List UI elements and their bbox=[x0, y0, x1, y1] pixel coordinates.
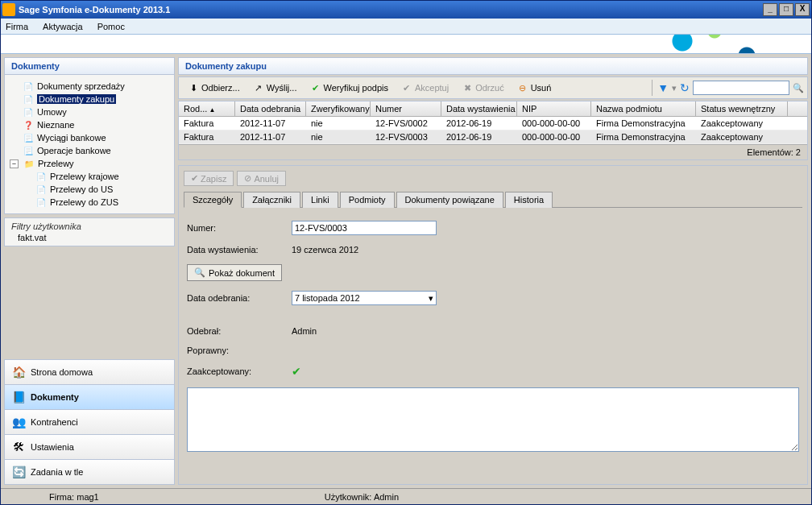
filter-item[interactable]: fakt.vat bbox=[11, 233, 168, 242]
close-button[interactable]: X bbox=[795, 3, 810, 16]
menubar: Firma Aktywacja Pomoc bbox=[1, 19, 811, 35]
nav-item-icon: 🛠 bbox=[11, 440, 26, 454]
toolbar-button[interactable]: ⬇Odbierz... bbox=[182, 80, 246, 96]
detail-form: Numer: Data wystawienia: 19 czerwca 2012… bbox=[184, 213, 802, 460]
tree-item-icon: 📄 bbox=[23, 93, 34, 105]
tree-item-icon: 📃 bbox=[23, 132, 34, 143]
table-cell: 2012-11-07 bbox=[235, 117, 306, 130]
nav-item[interactable]: 🔄Zadania w tle bbox=[4, 459, 175, 485]
tree-item[interactable]: 📃Wyciągi bankowe bbox=[8, 131, 171, 144]
toolbar-button[interactable]: ✔Weryfikuj podpis bbox=[304, 80, 394, 96]
pokaz-dokument-button[interactable]: 🔍 Pokaż dokument bbox=[187, 264, 282, 281]
tree-expander[interactable]: − bbox=[10, 159, 19, 168]
toolbar-button-label: Odbierz... bbox=[201, 83, 240, 93]
search-icon[interactable]: 🔍 bbox=[793, 83, 804, 93]
notes-textarea[interactable] bbox=[187, 387, 799, 452]
nav-item-icon: 🔄 bbox=[11, 465, 26, 479]
filter-icon[interactable]: ▼ bbox=[657, 81, 669, 94]
detail-tab[interactable]: Dokumenty powiązane bbox=[396, 192, 503, 208]
column-header[interactable]: Zweryfikowany bbox=[306, 101, 371, 116]
search-icon: 🔍 bbox=[194, 267, 205, 278]
tree-item-icon: 📄 bbox=[35, 184, 47, 195]
left-nav: 🏠Strona domowa📘Dokumenty👥Kontrahenci🛠Ust… bbox=[4, 360, 175, 485]
search-input[interactable] bbox=[693, 81, 789, 95]
odebral-label: Odebrał: bbox=[187, 326, 284, 336]
tree-item-icon: ❓ bbox=[23, 119, 34, 130]
toolbar-button[interactable]: ⊖Usuń bbox=[512, 80, 557, 96]
column-header[interactable]: Data wystawienia bbox=[441, 101, 517, 116]
tree-item[interactable]: 📄Przelewy do ZUS bbox=[8, 196, 171, 209]
poprawny-label: Poprawny: bbox=[187, 346, 284, 355]
column-header[interactable]: Rod... ▲ bbox=[179, 101, 235, 116]
tree-item[interactable]: 📄Przelewy krajowe bbox=[8, 170, 171, 183]
tree-item[interactable]: 📃Operacje bankowe bbox=[8, 144, 171, 157]
document-toolbar: ⬇Odbierz...↗Wyślij...✔Weryfikuj podpis✔A… bbox=[178, 77, 808, 99]
table-cell: 2012-11-07 bbox=[235, 130, 306, 143]
data-wystawienia-value: 19 czerwca 2012 bbox=[292, 245, 358, 255]
tree-item-icon: 📃 bbox=[23, 145, 34, 156]
detail-tab[interactable]: Załączniki bbox=[243, 192, 300, 208]
documents-tree: 📄Dokumenty sprzedaży📄Dokumenty zakupu📄Um… bbox=[5, 75, 174, 213]
table-cell: Faktura bbox=[179, 130, 235, 143]
table-row[interactable]: Faktura2012-11-07nie12-FVS/00032012-06-1… bbox=[179, 130, 807, 144]
table-cell: nie bbox=[306, 130, 371, 143]
tree-item[interactable]: 📄Umowy bbox=[8, 106, 171, 118]
numer-input[interactable] bbox=[292, 221, 437, 235]
tree-item-label: Nieznane bbox=[37, 120, 74, 130]
tree-item[interactable]: 📄Dokumenty sprzedaży bbox=[8, 80, 171, 93]
tree-item-label: Umowy bbox=[37, 107, 67, 117]
detail-action-button: ⊘Anuluj bbox=[237, 171, 286, 186]
detail-tab[interactable]: Podmioty bbox=[340, 192, 395, 208]
nav-item[interactable]: 📘Dokumenty bbox=[4, 384, 175, 410]
minimize-button[interactable]: _ bbox=[763, 3, 777, 16]
tree-item[interactable]: 📄Przelewy do US bbox=[8, 183, 171, 196]
data-odebrania-label: Data odebrania: bbox=[187, 293, 284, 303]
menu-firma[interactable]: Firma bbox=[6, 22, 28, 31]
numer-label: Numer: bbox=[187, 223, 284, 233]
tree-item-icon: 📁 bbox=[23, 158, 35, 169]
nav-item[interactable]: 👥Kontrahenci bbox=[4, 409, 175, 435]
nav-item-label: Ustawienia bbox=[31, 442, 74, 452]
documents-grid: Rod... ▲Data odebraniaZweryfikowanyNumer… bbox=[178, 101, 808, 160]
table-cell: Firma Demonstracyjna bbox=[591, 117, 696, 130]
detail-tab[interactable]: Linki bbox=[302, 192, 338, 208]
detail-action-button: ✔Zapisz bbox=[184, 171, 234, 186]
tree-item-label: Wyciągi bankowe bbox=[37, 133, 106, 143]
tree-item-label: Operacje bankowe bbox=[37, 146, 111, 155]
tree-item-label: Przelewy krajowe bbox=[50, 172, 119, 181]
detail-tab[interactable]: Historia bbox=[505, 192, 553, 208]
tree-item[interactable]: 📄Dokumenty zakupu bbox=[8, 93, 171, 106]
right-pane-title: Dokumenty zakupu bbox=[178, 57, 808, 75]
tree-item[interactable]: −📁Przelewy bbox=[8, 157, 171, 170]
nav-item-label: Dokumenty bbox=[31, 392, 79, 402]
column-header[interactable]: Numer bbox=[371, 101, 441, 116]
toolbar-button-label: Akceptuj bbox=[415, 83, 449, 93]
table-cell: 2012-06-19 bbox=[441, 130, 517, 143]
app-icon bbox=[2, 3, 15, 16]
nav-item-label: Zadania w tle bbox=[31, 467, 83, 477]
table-cell: Firma Demonstracyjna bbox=[591, 130, 696, 143]
menu-pomoc[interactable]: Pomoc bbox=[97, 22, 125, 31]
table-row[interactable]: Faktura2012-11-07nie12-FVS/00022012-06-1… bbox=[179, 117, 807, 130]
nav-item[interactable]: 🏠Strona domowa bbox=[4, 359, 175, 385]
maximize-button[interactable]: □ bbox=[779, 3, 793, 16]
table-cell: Zaakceptowany bbox=[696, 117, 788, 130]
data-odebrania-picker[interactable]: 7 listopada 2012 ▾ bbox=[292, 291, 437, 305]
tree-item-icon: 📄 bbox=[23, 106, 34, 118]
tree-item-label: Przelewy do ZUS bbox=[50, 197, 118, 207]
toolbar-button-icon: ✖ bbox=[462, 82, 473, 93]
refresh-icon[interactable]: ↻ bbox=[680, 81, 690, 94]
menu-aktywacja[interactable]: Aktywacja bbox=[43, 22, 83, 31]
toolbar-button[interactable]: ↗Wyślij... bbox=[247, 80, 303, 96]
nav-item[interactable]: 🛠Ustawienia bbox=[4, 434, 175, 460]
column-header[interactable]: Status wewnętrzny bbox=[696, 101, 788, 116]
column-header[interactable]: Data odebrania bbox=[235, 101, 306, 116]
filters-panel: Filtry użytkownika fakt.vat bbox=[4, 217, 175, 246]
statusbar: Firma: mag1 Użytkownik: Admin bbox=[1, 488, 811, 504]
toolbar-button: ✖Odrzuć bbox=[456, 80, 509, 96]
column-header[interactable]: NIP bbox=[517, 101, 591, 116]
detail-tab[interactable]: Szczegóły bbox=[184, 192, 242, 208]
column-header[interactable]: Nazwa podmiotu bbox=[591, 101, 696, 116]
status-user: Użytkownik: Admin bbox=[276, 492, 447, 502]
tree-item[interactable]: ❓Nieznane bbox=[8, 118, 171, 131]
